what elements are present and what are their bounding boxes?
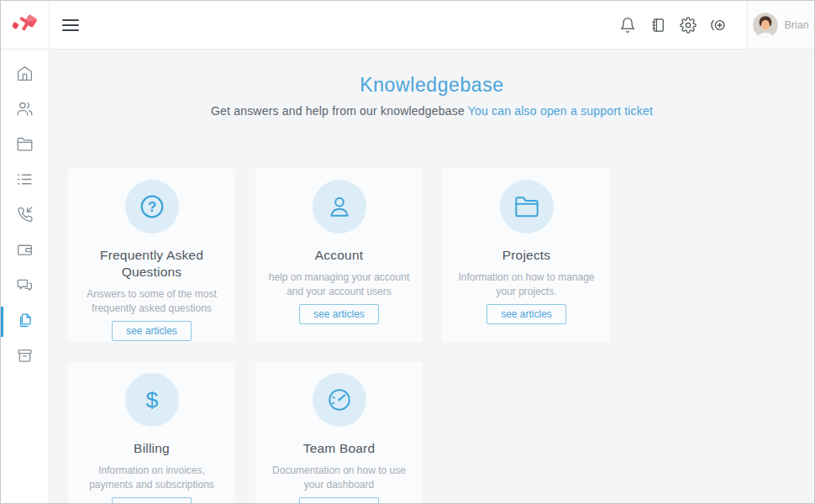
app-window: Brian <box>0 0 815 504</box>
item-payments[interactable] <box>1 234 49 269</box>
dollar-icon: $ <box>125 373 179 427</box>
gear-icon[interactable] <box>680 17 697 34</box>
knowledgebase-card: Team Board Documentation on how to use y… <box>255 362 423 503</box>
card-description: Answers to some of the most frequently a… <box>80 287 224 316</box>
see-articles-button[interactable]: see articles <box>486 304 566 324</box>
sidebar <box>1 50 50 503</box>
see-articles-button[interactable]: see articles <box>112 321 192 341</box>
card-description: Information on how to manage your projec… <box>455 270 599 299</box>
subtitle-text: Get answers and help from our knowledgeb… <box>211 104 465 118</box>
users-icon <box>16 100 34 121</box>
item-tasks[interactable] <box>1 163 49 198</box>
archive-icon <box>16 347 34 368</box>
user-menu[interactable]: Brian <box>747 1 814 49</box>
see-articles-button[interactable]: see articles <box>112 497 192 503</box>
support-ticket-link[interactable]: You can also open a support ticket <box>468 104 653 118</box>
item-projects[interactable] <box>1 128 49 163</box>
page-subtitle: Get answers and help from our knowledgeb… <box>50 104 814 118</box>
brand-logo[interactable] <box>1 1 50 49</box>
question-icon: ? <box>125 180 179 234</box>
item-home[interactable] <box>1 57 49 92</box>
card-title: Projects <box>464 247 590 264</box>
notebook-icon[interactable] <box>649 17 666 34</box>
card-title: Team Board <box>276 440 402 457</box>
header-icons <box>613 17 734 34</box>
main-content: Knowledgebase Get answers and help from … <box>50 50 814 503</box>
item-archive[interactable] <box>1 339 49 375</box>
list-icon <box>16 171 34 192</box>
add-circle-icon[interactable] <box>710 17 727 34</box>
chat-icon <box>16 276 34 297</box>
item-knowledgebase[interactable] <box>1 304 49 339</box>
brand-logo-icon <box>13 13 38 38</box>
knowledgebase-cards: ? Frequently Asked Questions Answers to … <box>68 169 796 503</box>
folder-icon <box>500 180 554 234</box>
pages-icon <box>16 312 34 333</box>
card-title: Billing <box>89 440 215 457</box>
item-calls[interactable] <box>1 198 49 234</box>
svg-text:$: $ <box>145 387 158 412</box>
card-description: Documentation on how to use your dashboa… <box>267 464 412 492</box>
card-title: Frequently Asked Questions <box>89 247 215 281</box>
person-icon <box>313 180 366 234</box>
item-customers[interactable] <box>1 92 49 128</box>
menu-toggle-icon[interactable] <box>59 13 82 38</box>
knowledgebase-card: $ Billing Information on invoices, payme… <box>68 362 235 503</box>
home-icon <box>16 65 34 86</box>
folder-icon <box>16 135 34 156</box>
user-name: Brian <box>784 19 808 31</box>
knowledgebase-card: ? Frequently Asked Questions Answers to … <box>68 169 235 342</box>
bell-icon[interactable] <box>619 17 636 34</box>
gauge-icon <box>313 373 366 427</box>
see-articles-button[interactable]: see articles <box>299 497 379 503</box>
knowledgebase-card: Account help on managing your account an… <box>255 169 423 342</box>
avatar <box>753 13 778 38</box>
item-messages[interactable] <box>1 269 49 304</box>
svg-text:?: ? <box>147 199 155 215</box>
card-description: Information on invoices, payments and su… <box>80 464 224 492</box>
header-right: Brian <box>613 1 814 49</box>
phone-in-icon <box>16 206 34 227</box>
card-title: Account <box>276 247 402 264</box>
page-title: Knowledgebase <box>50 74 814 97</box>
wallet-icon <box>16 241 34 262</box>
top-bar: Brian <box>1 1 814 50</box>
see-articles-button[interactable]: see articles <box>299 304 379 324</box>
card-description: help on managing your account and your a… <box>267 270 412 299</box>
knowledgebase-card: Projects Information on how to manage yo… <box>443 169 610 342</box>
